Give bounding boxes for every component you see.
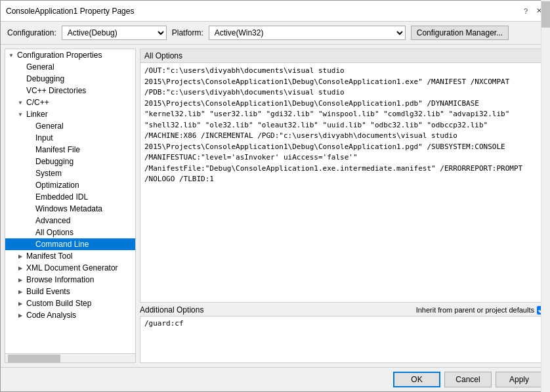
tree-label-linker-advanced: Advanced xyxy=(34,215,72,226)
platform-select[interactable]: Active(Win32) xyxy=(209,26,406,40)
expand-icon-manifest-tool[interactable]: ▶ xyxy=(16,251,25,261)
tree-item-linker-embedded-idl[interactable]: Embedded IDL xyxy=(5,191,135,203)
tree-label-manifest-tool: Manifest Tool xyxy=(25,251,74,261)
tree-label-linker-embedded-idl: Embedded IDL xyxy=(34,192,89,202)
expand-icon-c-cpp[interactable]: ▼ xyxy=(16,98,25,107)
expand-icon-code-analysis[interactable]: ▶ xyxy=(16,311,25,320)
tree-label-xml-doc-generator: XML Document Generator xyxy=(25,263,119,273)
main-content: ▼Configuration PropertiesGeneralDebuggin… xyxy=(1,45,549,367)
additional-scrollbar[interactable] xyxy=(541,45,549,367)
tree-item-config-props[interactable]: ▼Configuration Properties xyxy=(5,49,135,61)
tree-item-xml-doc-generator[interactable]: ▶XML Document Generator xyxy=(5,262,135,274)
expand-icon-browse-info[interactable]: ▶ xyxy=(16,275,25,284)
all-options-content: /OUT:"c:\users\divyabh\documents\visual … xyxy=(140,63,545,302)
tree-item-linker-advanced[interactable]: Advanced xyxy=(5,215,135,227)
tree-item-linker-system[interactable]: System xyxy=(5,167,135,179)
tree-label-build-events: Build Events xyxy=(25,286,72,297)
scroll-track xyxy=(5,354,135,362)
tree-label-linker-command-line: Command Line xyxy=(34,239,90,250)
tree-label-general: General xyxy=(25,62,56,72)
right-panel: All Options /OUT:"c:\users\divyabh\docum… xyxy=(140,49,545,363)
window-title: ConsoleApplication1 Property Pages xyxy=(6,7,134,16)
tree-label-code-analysis: Code Analysis xyxy=(25,310,77,320)
cancel-button[interactable]: Cancel xyxy=(444,372,492,387)
config-row: Configuration: Active(Debug) Platform: A… xyxy=(1,22,549,45)
tree-label-linker: Linker xyxy=(25,109,49,120)
tree-item-vc-dirs[interactable]: VC++ Directories xyxy=(5,85,135,97)
expand-icon-custom-build-step[interactable]: ▶ xyxy=(16,299,25,308)
tree-label-custom-build-step: Custom Build Step xyxy=(25,298,93,309)
property-pages-window: ConsoleApplication1 Property Pages ? ✕ C… xyxy=(0,0,550,392)
tree-label-linker-input: Input xyxy=(34,133,54,143)
help-button[interactable]: ? xyxy=(520,6,531,16)
tree-item-linker[interactable]: ▼Linker xyxy=(5,108,135,120)
tree-item-linker-command-line[interactable]: Command Line xyxy=(5,238,135,250)
tree-label-linker-debugging: Debugging xyxy=(34,156,75,167)
additional-options-label: Additional Options xyxy=(140,305,203,315)
tree-label-config-props: Configuration Properties xyxy=(16,50,103,60)
tree-item-linker-all-options[interactable]: All Options xyxy=(5,227,135,238)
tree-item-c-cpp[interactable]: ▼C/C++ xyxy=(5,97,135,108)
expand-icon-config-props[interactable]: ▼ xyxy=(7,51,16,60)
title-bar: ConsoleApplication1 Property Pages ? ✕ xyxy=(1,1,549,22)
tree-label-linker-general: General xyxy=(34,121,65,131)
tree-item-code-analysis[interactable]: ▶Code Analysis xyxy=(5,309,135,321)
ok-button[interactable]: OK xyxy=(393,372,440,387)
tree-label-c-cpp: C/C++ xyxy=(25,97,51,108)
tree-item-linker-general[interactable]: General xyxy=(5,120,135,132)
config-manager-button[interactable]: Configuration Manager... xyxy=(411,26,509,40)
config-label: Configuration: xyxy=(7,28,56,37)
additional-options-section: Additional Options Inherit from parent o… xyxy=(140,305,545,363)
tree-label-linker-manifest: Manifest File xyxy=(34,144,81,155)
bottom-bar: OK Cancel Apply xyxy=(1,367,549,391)
inherit-row: Inherit from parent or project defaults xyxy=(416,306,545,315)
tree-item-custom-build-step[interactable]: ▶Custom Build Step xyxy=(5,297,135,309)
platform-label: Platform: xyxy=(172,28,203,37)
tree-item-manifest-tool[interactable]: ▶Manifest Tool xyxy=(5,250,135,262)
all-options-header: All Options xyxy=(140,49,545,63)
tree-item-linker-input[interactable]: Input xyxy=(5,132,135,144)
tree-label-linker-all-options: All Options xyxy=(34,227,75,238)
additional-input-container: /guard:cf xyxy=(140,316,545,363)
tree-item-debugging[interactable]: Debugging xyxy=(5,73,135,85)
expand-icon-linker[interactable]: ▼ xyxy=(16,110,25,119)
tree-item-general[interactable]: General xyxy=(5,61,135,73)
tree-item-browse-info[interactable]: ▶Browse Information xyxy=(5,274,135,286)
tree-item-linker-windows-metadata[interactable]: Windows Metadata xyxy=(5,203,135,215)
tree-label-linker-system: System xyxy=(34,168,63,179)
tree-item-linker-manifest[interactable]: Manifest File xyxy=(5,144,135,156)
tree-item-linker-debugging[interactable]: Debugging xyxy=(5,156,135,167)
expand-icon-build-events[interactable]: ▶ xyxy=(16,287,25,296)
additional-header-row: Additional Options Inherit from parent o… xyxy=(140,305,545,315)
tree-label-debugging: Debugging xyxy=(25,74,66,84)
config-select[interactable]: Active(Debug) xyxy=(62,26,167,40)
tree-label-linker-optimization: Optimization xyxy=(34,180,81,190)
tree-item-linker-optimization[interactable]: Optimization xyxy=(5,179,135,191)
tree-scrollbar-area: ▼Configuration PropertiesGeneralDebuggin… xyxy=(5,49,135,362)
additional-input[interactable]: /guard:cf xyxy=(140,316,545,362)
tree-item-build-events[interactable]: ▶Build Events xyxy=(5,286,135,297)
left-tree-panel: ▼Configuration PropertiesGeneralDebuggin… xyxy=(5,49,136,363)
tree-label-linker-windows-metadata: Windows Metadata xyxy=(34,204,104,214)
scroll-thumb[interactable] xyxy=(8,355,60,362)
horizontal-scrollbar[interactable] xyxy=(5,353,135,362)
inherit-label: Inherit from parent or project defaults xyxy=(416,306,534,314)
tree-container: ▼Configuration PropertiesGeneralDebuggin… xyxy=(5,49,135,353)
expand-icon-xml-doc-generator[interactable]: ▶ xyxy=(16,263,25,272)
tree-label-vc-dirs: VC++ Directories xyxy=(25,85,87,96)
apply-button[interactable]: Apply xyxy=(496,372,543,387)
all-options-box: All Options /OUT:"c:\users\divyabh\docum… xyxy=(140,49,545,303)
tree-label-browse-info: Browse Information xyxy=(25,274,95,285)
